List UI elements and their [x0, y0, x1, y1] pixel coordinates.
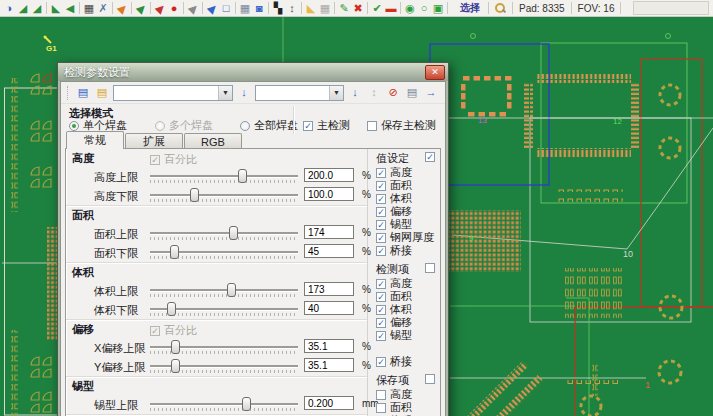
- sort-az-icon[interactable]: ↕: [285, 1, 299, 15]
- mode-radio-2[interactable]: 全部焊盘: [240, 118, 298, 133]
- percent-option: 百分比: [150, 323, 197, 338]
- param-section-4: 锡型锡型上限mm: [66, 377, 367, 415]
- confirm-icon[interactable]: ✔: [370, 1, 384, 15]
- panel-all-checkbox[interactable]: [425, 374, 435, 384]
- check-item[interactable]: 桥接: [368, 244, 440, 257]
- slider-track[interactable]: [150, 175, 298, 178]
- param-section-2: 体积体积上限%体积下限%: [66, 263, 367, 320]
- circle-square-icon[interactable]: ▣: [431, 1, 445, 15]
- value-input[interactable]: [304, 225, 354, 239]
- checkbox-indicator: [376, 207, 386, 217]
- apply-template-1-icon[interactable]: ↓: [236, 85, 252, 101]
- mode-check-1[interactable]: 保存主检测: [367, 118, 436, 133]
- value-input[interactable]: [304, 187, 354, 201]
- slider-row: X偏移上限%: [66, 338, 367, 357]
- circle-icon[interactable]: ○: [417, 1, 431, 15]
- sync-icon[interactable]: ↕: [366, 85, 382, 101]
- dart-orange-icon[interactable]: ▶: [112, 0, 132, 18]
- checkbox-indicator: [367, 121, 377, 131]
- panel-all-checkbox[interactable]: [425, 152, 435, 162]
- slider-thumb[interactable]: [238, 169, 247, 183]
- grid-icon[interactable]: ▦: [318, 1, 332, 15]
- toolbar-icons: ◑◢◢◣◀▦✗▶▶▶●▶▶□▦◙▚↕◣▦✎✖✔▬◉○▣: [2, 1, 450, 15]
- camera-icon[interactable]: ◙: [252, 1, 266, 15]
- exit-icon[interactable]: →: [423, 85, 439, 101]
- slider-track[interactable]: [150, 232, 298, 235]
- dart-gray-icon[interactable]: ▶: [183, 0, 203, 18]
- zoom-area-icon[interactable]: ◢: [16, 1, 30, 15]
- template-combo-1[interactable]: ▼: [113, 85, 233, 101]
- remove-icon[interactable]: ▬: [384, 1, 398, 15]
- panel-header: 值设定: [368, 151, 440, 166]
- slider-thumb[interactable]: [171, 340, 180, 354]
- delete-icon[interactable]: ✖: [351, 1, 365, 15]
- radio-label: 全部焊盘: [254, 118, 298, 133]
- checkbox-label: 主检测: [317, 118, 350, 133]
- checkbox-indicator: [376, 181, 386, 191]
- panel-all-checkbox[interactable]: [425, 263, 435, 273]
- template-combo-2-arrow[interactable]: ▼: [329, 86, 343, 100]
- tab-page-general: 高度百分比高度上限%高度下限%面积面积上限%面积下限%体积体积上限%体积下限%偏…: [65, 148, 441, 416]
- detection-parameters-dialog: 检测参数设置 ✕ ▤▤▼↓▼↓↕⊘▤→ 选择模式 单个焊盘多个焊盘全部焊盘主检测…: [57, 62, 449, 416]
- cone-icon[interactable]: ◀: [63, 1, 77, 15]
- value-input[interactable]: [304, 339, 354, 353]
- slider-track[interactable]: [150, 194, 298, 197]
- dialog-titlebar[interactable]: 检测参数设置 ✕: [58, 63, 448, 81]
- magnifier-icon[interactable]: [495, 3, 506, 14]
- slider-thumb[interactable]: [227, 283, 236, 297]
- value-input[interactable]: [304, 396, 354, 410]
- checkbox-indicator: [376, 331, 386, 341]
- tiles-icon[interactable]: ▚: [271, 1, 285, 15]
- toolbar-separator: [268, 2, 269, 14]
- setsquare-icon[interactable]: ◣: [304, 1, 318, 15]
- slider-thumb[interactable]: [229, 226, 238, 240]
- toolbar-separator: [447, 2, 448, 14]
- check-item[interactable]: 桥接: [368, 355, 440, 368]
- array-table-icon[interactable]: ▦: [238, 1, 252, 15]
- value-input[interactable]: [304, 301, 354, 315]
- row-label: 高度上限: [94, 170, 138, 185]
- partial-blue-circle-icon[interactable]: ◑: [2, 1, 16, 15]
- toolbar-separator: [620, 2, 621, 14]
- edit-chart-icon[interactable]: ✎: [337, 1, 351, 15]
- import-template-icon[interactable]: ▤: [75, 85, 91, 101]
- value-input[interactable]: [304, 358, 354, 372]
- export-template-icon[interactable]: ▤: [94, 85, 110, 101]
- slider-track[interactable]: [150, 403, 298, 406]
- slider-thumb[interactable]: [242, 397, 251, 411]
- slider-thumb[interactable]: [171, 359, 180, 373]
- zoom-fit-icon[interactable]: ◢: [30, 1, 44, 15]
- slider-thumb[interactable]: [170, 245, 179, 259]
- slider-thumb[interactable]: [190, 188, 199, 202]
- toolbar-separator: [334, 2, 335, 14]
- template-combo-1-arrow[interactable]: ▼: [218, 86, 232, 100]
- image-view-icon[interactable]: ▦: [82, 1, 96, 15]
- save-icon[interactable]: ▤: [404, 85, 420, 101]
- checkbox-indicator: [376, 305, 386, 315]
- select-mode-button[interactable]: 选择: [460, 1, 480, 15]
- value-input[interactable]: [304, 282, 354, 296]
- tab-rgb[interactable]: RGB: [184, 133, 242, 149]
- tab-general[interactable]: 常规: [66, 131, 124, 149]
- check-item[interactable]: 锡型: [368, 329, 440, 342]
- tab-extended[interactable]: 扩展: [125, 133, 183, 149]
- pcb-label-9: 9: [469, 234, 474, 243]
- slider-ticks: [150, 408, 298, 411]
- dart-green-icon[interactable]: ▶: [131, 0, 151, 18]
- panel-title: 保存项: [376, 374, 409, 386]
- checkbox-indicator: [376, 194, 386, 204]
- mode-check-0[interactable]: 主检测: [303, 118, 350, 133]
- value-input[interactable]: [304, 244, 354, 258]
- template-combo-2[interactable]: ▼: [255, 85, 344, 101]
- close-button[interactable]: ✕: [425, 65, 445, 80]
- apply-template-2-icon[interactable]: ↓: [347, 85, 363, 101]
- measure-triangle-icon[interactable]: ◣: [49, 1, 63, 15]
- value-input[interactable]: [304, 168, 354, 182]
- percent-option: 百分比: [150, 152, 197, 167]
- tools-icon[interactable]: ✗: [96, 1, 110, 15]
- no-entry-icon[interactable]: ⊘: [385, 85, 401, 101]
- slider-thumb[interactable]: [167, 302, 176, 316]
- circle-dot-icon[interactable]: ◉: [403, 1, 417, 15]
- checkbox-indicator: [376, 403, 386, 413]
- slider-track[interactable]: [150, 289, 298, 292]
